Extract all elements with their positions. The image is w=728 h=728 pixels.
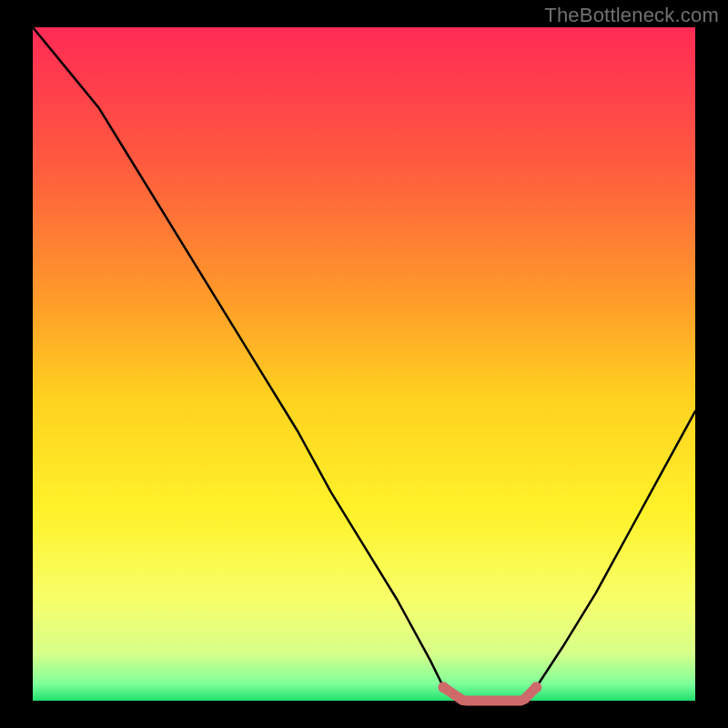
plot-background bbox=[33, 27, 695, 701]
highlight-endpoint bbox=[531, 682, 541, 693]
watermark-text: TheBottleneck.com bbox=[544, 4, 719, 27]
chart-svg bbox=[0, 0, 728, 728]
chart-container: TheBottleneck.com bbox=[0, 0, 728, 728]
highlight-endpoint bbox=[438, 682, 449, 693]
